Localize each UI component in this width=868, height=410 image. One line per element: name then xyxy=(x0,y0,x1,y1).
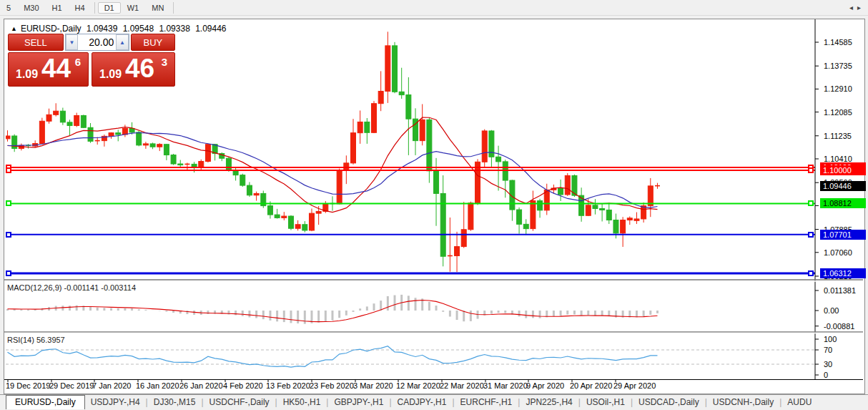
rsi-axis-label: 70 xyxy=(824,346,832,354)
chart-tab-audu[interactable]: AUDU xyxy=(781,395,817,407)
symbol-triangle-icon: ▲ xyxy=(11,25,17,32)
volume-stepper: ▼ ▲ xyxy=(65,34,129,51)
price-tick-label: 1.14585 xyxy=(824,38,852,47)
timeframe-button-h1[interactable]: H1 xyxy=(46,2,69,14)
date-label: 26 Jan 2020 xyxy=(179,381,223,390)
hline-handle-left[interactable] xyxy=(6,270,11,276)
price-tick-label: 1.13735 xyxy=(824,62,852,70)
price-tick-label: 1.07060 xyxy=(824,248,852,257)
macd-axis-label: 0.011381 xyxy=(824,286,856,295)
buy-price-small: 1.09 xyxy=(99,68,122,81)
chart-title-bar: ▲EURUSD-,Daily 1.09439 1.09548 1.09338 1… xyxy=(11,24,230,34)
chart-tab-bar: EURUSD-,DailyUSDJPY-,H4|DJ30-,M15|USDCHF… xyxy=(0,394,868,410)
macd-axis-label: 0.00 xyxy=(824,306,839,315)
chart-tab-eurusd-daily[interactable]: EURUSD-,Daily xyxy=(6,395,85,409)
date-label: 4 Feb 2020 xyxy=(223,381,263,390)
rsi-axis-label: 100 xyxy=(824,335,837,343)
chart-tab-gbpjpy-h1[interactable]: GBPJPY-,H1 xyxy=(328,395,389,407)
hline-handle-right[interactable] xyxy=(808,200,814,206)
hline-price-chip: 1.06312 xyxy=(820,268,866,278)
chart-window[interactable]: ▲EURUSD-,Daily 1.09439 1.09548 1.09338 1… xyxy=(4,19,865,394)
hline-handle-right[interactable] xyxy=(808,167,814,173)
chart-tab-eurchf-h1[interactable]: EURCHF-,H1 xyxy=(455,395,518,407)
hline-handle-right[interactable] xyxy=(808,232,814,238)
rsi-axis-label: 30 xyxy=(824,360,832,368)
timeframe-button-w1[interactable]: W1 xyxy=(121,2,146,14)
toolbar-separator xyxy=(173,2,174,14)
volume-decrease-button[interactable]: ▼ xyxy=(66,34,79,50)
chart-tab-usdjpy-h4[interactable]: USDJPY-,H4 xyxy=(85,395,146,407)
price-tick-label: 1.11235 xyxy=(824,132,852,140)
buy-button[interactable]: BUY xyxy=(131,34,175,51)
sell-price-big: 44 xyxy=(41,54,71,84)
price-tick-label: 1.12910 xyxy=(824,84,852,93)
chart-tab-dj30-m15[interactable]: DJ30-,M15 xyxy=(148,395,202,407)
date-label: 29 Apr 2020 xyxy=(613,381,656,390)
date-label: 31 Mar 2020 xyxy=(483,381,528,390)
date-label: 22 Mar 2020 xyxy=(440,381,484,390)
chart-tab-usdcad-daily[interactable]: USDCAD-,Daily xyxy=(633,395,705,407)
one-click-trading-panel: SELL ▼ ▲ BUY 1.09 44 6 1.09 46 3 xyxy=(8,34,175,87)
timeframe-button-d1[interactable]: D1 xyxy=(98,2,121,14)
chart-tab-hk50-h1[interactable]: HK50-,H1 xyxy=(277,395,327,407)
price-tick-label: 1.12085 xyxy=(824,108,852,117)
chart-tab-jpn225-h4[interactable]: JPN225-,H4 xyxy=(520,395,578,407)
tab-scroll-left-icon[interactable]: ◂ xyxy=(849,4,857,11)
date-label: 29 Dec 2019 xyxy=(49,381,94,390)
hline-handle-left[interactable] xyxy=(6,232,11,238)
symbol-title: EURUSD-,Daily xyxy=(21,24,82,34)
hline-price-chip: 1.08812 xyxy=(820,198,866,208)
volume-increase-button[interactable]: ▲ xyxy=(116,34,129,50)
rsi-axis-label: 0 xyxy=(824,371,828,379)
timeframe-button-h4[interactable]: H4 xyxy=(69,2,92,14)
sell-price-sup: 6 xyxy=(75,56,81,68)
ohlc-high: 1.09548 xyxy=(123,24,154,34)
buy-price-sup: 3 xyxy=(162,56,167,68)
hline-handle-right[interactable] xyxy=(808,270,814,276)
toolbar-separator xyxy=(94,2,95,14)
date-label: 7 Jan 2020 xyxy=(92,381,131,390)
tab-scroll-arrows[interactable]: ◂▸ xyxy=(849,4,865,11)
current-price-chip: 1.09446 xyxy=(820,181,866,191)
rsi-label: RSI(14) 56.3957 xyxy=(7,336,65,344)
date-label: 13 Feb 2020 xyxy=(266,381,310,390)
date-label: 12 Mar 2020 xyxy=(396,381,440,390)
hline-price-chip: 1.07701 xyxy=(820,230,866,240)
sell-price-small: 1.09 xyxy=(16,68,38,81)
hline-price-chip: 1.10000 xyxy=(820,165,866,175)
hline-handle-left[interactable] xyxy=(6,200,11,206)
timeframe-button-mn[interactable]: MN xyxy=(145,2,170,14)
date-label: 20 Apr 2020 xyxy=(570,381,612,390)
macd-label: MACD(12,26,9) -0.001141 -0.003114 xyxy=(7,283,136,292)
date-label: 23 Feb 2020 xyxy=(310,381,354,390)
timeframe-toolbar: 5M30H1H4D1W1MN xyxy=(0,0,868,16)
timeframe-button-m30[interactable]: M30 xyxy=(17,2,45,14)
ohlc-close: 1.09446 xyxy=(195,24,226,34)
timeframe-button-5[interactable]: 5 xyxy=(0,2,17,14)
tab-scroll-right-icon[interactable]: ▸ xyxy=(857,4,865,11)
date-label: 3 Mar 2020 xyxy=(353,381,393,390)
sell-price-button[interactable]: 1.09 44 6 xyxy=(8,52,89,87)
sell-button[interactable]: SELL xyxy=(8,34,64,51)
ohlc-low: 1.09338 xyxy=(159,24,189,34)
buy-price-button[interactable]: 1.09 46 3 xyxy=(92,52,175,87)
macd-axis-label: -0.00881 xyxy=(824,322,854,331)
chart-tab-usoil-h1[interactable]: USOil-,H1 xyxy=(581,395,631,407)
date-label: 9 Apr 2020 xyxy=(526,381,564,390)
date-label: 16 Jan 2020 xyxy=(136,381,179,390)
chart-tab-cadjpy-h1[interactable]: CADJPY-,H1 xyxy=(392,395,453,407)
date-label: 19 Dec 2019 xyxy=(6,381,50,390)
volume-input[interactable] xyxy=(78,34,116,50)
buy-price-big: 46 xyxy=(125,54,154,84)
hline-handle-left[interactable] xyxy=(6,167,11,173)
chart-tab-usdchf-daily[interactable]: USDCHF-,Daily xyxy=(204,395,275,407)
chart-tab-usdcnh-daily[interactable]: USDCNH-,Daily xyxy=(707,395,779,407)
ohlc-open: 1.09439 xyxy=(87,24,117,34)
trading-app-window: 5M30H1H4D1W1MN ▲EURUSD-,Daily 1.09439 1.… xyxy=(0,0,868,410)
